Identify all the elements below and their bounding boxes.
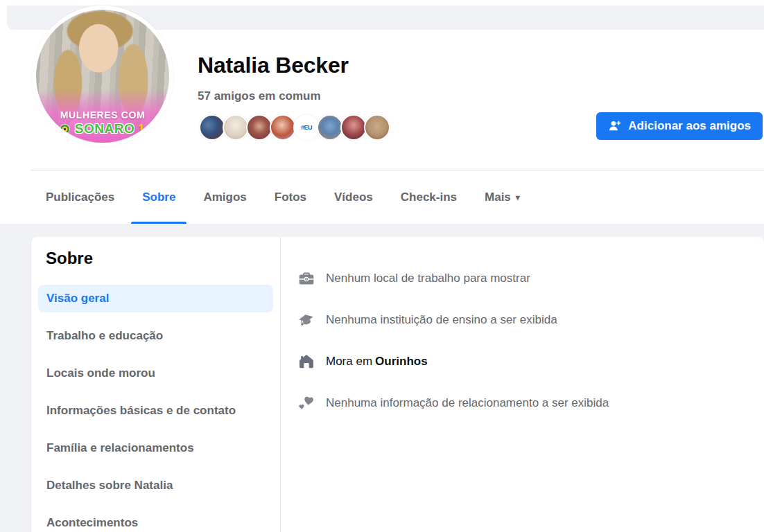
tab-checkins[interactable]: Check-ins [390, 170, 468, 224]
sidebar-item-detalhes[interactable]: Detalhes sobre Natalia [38, 472, 273, 499]
tab-label: Amigos [203, 190, 246, 204]
tab-publicacoes[interactable]: Publicações [35, 170, 125, 224]
tab-label: Mais [485, 190, 511, 204]
about-overview-panel: Nenhum local de trabalho para mostrar Ne… [281, 237, 764, 532]
hearts-icon [298, 395, 315, 411]
tab-label: Publicações [46, 190, 114, 204]
tab-videos[interactable]: Vídeos [323, 170, 384, 224]
overview-text: Nenhuma informação de relacionamento a s… [326, 396, 609, 410]
profile-frame-text: MULHERES COM SONARO 1 [36, 109, 169, 136]
sidebar-item-label: Visão geral [46, 292, 109, 305]
graduation-cap-icon [298, 312, 315, 328]
page-title: Natalia Becker [198, 53, 349, 78]
frame-line1: MULHERES COM [36, 109, 169, 121]
frame-number: 1 [138, 122, 145, 136]
person-add-icon [608, 119, 622, 133]
sidebar-item-label: Locais onde morou [46, 366, 155, 380]
tab-label: Sobre [142, 190, 175, 204]
avatar[interactable]: #EU [293, 114, 320, 141]
about-card: Sobre Visão geral Trabalho e educação Lo… [31, 237, 764, 532]
sidebar-item-trabalho-educacao[interactable]: Trabalho e educação [38, 322, 273, 350]
sidebar-item-familia-relacionamentos[interactable]: Família e relacionamentos [38, 434, 273, 462]
tab-amigos[interactable]: Amigos [192, 170, 257, 224]
avatar[interactable] [223, 114, 249, 141]
profile-tabs: Publicações Sobre Amigos Fotos Vídeos Ch… [31, 170, 764, 224]
profile-header: MULHERES COM SONARO 1 Natalia Becker 57 … [0, 0, 764, 224]
avatar[interactable] [364, 114, 390, 141]
overview-row-work: Nenhum local de trabalho para mostrar [298, 270, 750, 287]
avatar[interactable] [246, 114, 272, 141]
profile-picture[interactable]: MULHERES COM SONARO 1 [32, 6, 173, 147]
sidebar-item-visao-geral[interactable]: Visão geral [38, 285, 273, 312]
overview-text: Nenhuma instituição de ensino a ser exib… [326, 313, 557, 327]
tab-label: Check-ins [401, 190, 457, 204]
avatar[interactable] [270, 114, 296, 141]
tab-label: Vídeos [334, 190, 373, 204]
sidebar-item-label: Trabalho e educação [46, 329, 163, 343]
overview-city-name: Ourinhos [375, 355, 428, 368]
tab-fotos[interactable]: Fotos [263, 170, 318, 224]
page-background: Sobre Visão geral Trabalho e educação Lo… [0, 224, 764, 532]
sidebar-item-label: Acontecimentos [46, 516, 138, 530]
sidebar-item-label: Informações básicas e de contato [46, 404, 236, 418]
avatar[interactable] [199, 114, 225, 141]
sidebar-item-label: Família e relacionamentos [46, 441, 194, 455]
sidebar-item-informacoes-basicas[interactable]: Informações básicas e de contato [38, 397, 273, 425]
about-section-title: Sobre [46, 248, 273, 269]
mutual-friends-count[interactable]: 57 amigos em comum [198, 89, 321, 103]
frame-line2: SONARO [75, 121, 134, 136]
sidebar-item-acontecimentos[interactable]: Acontecimentos [38, 509, 273, 532]
about-sidebar: Sobre Visão geral Trabalho e educação Lo… [31, 237, 281, 532]
overview-text-prefix: Mora em [326, 355, 372, 368]
house-icon [298, 353, 315, 370]
avatar-logo-text: #EU [301, 124, 312, 131]
briefcase-icon [298, 270, 315, 287]
tab-label: Fotos [275, 190, 306, 204]
about-nav: Visão geral Trabalho e educação Locais o… [38, 285, 273, 532]
avatar[interactable] [317, 114, 343, 141]
sidebar-item-label: Detalhes sobre Natalia [46, 479, 173, 493]
sidebar-item-locais-onde-morou[interactable]: Locais onde morou [38, 360, 273, 387]
overview-row-education: Nenhuma instituição de ensino a ser exib… [298, 312, 750, 328]
tab-mais[interactable]: Mais▾ [474, 170, 531, 224]
profile-frame-banner: MULHERES COM SONARO 1 [36, 89, 169, 143]
brazil-flag-icon [60, 125, 69, 134]
add-friend-button[interactable]: Adicionar aos amigos [596, 112, 763, 140]
overview-row-city: Mora emOurinhos [298, 353, 750, 370]
caret-down-icon: ▾ [516, 193, 520, 202]
add-friend-label: Adicionar aos amigos [628, 119, 751, 133]
tab-sobre[interactable]: Sobre [131, 170, 186, 224]
mutual-friends-avatars: #EU [199, 114, 388, 141]
avatar[interactable] [340, 114, 367, 141]
overview-text: Nenhum local de trabalho para mostrar [326, 272, 530, 285]
overview-row-relationship: Nenhuma informação de relacionamento a s… [298, 395, 750, 411]
